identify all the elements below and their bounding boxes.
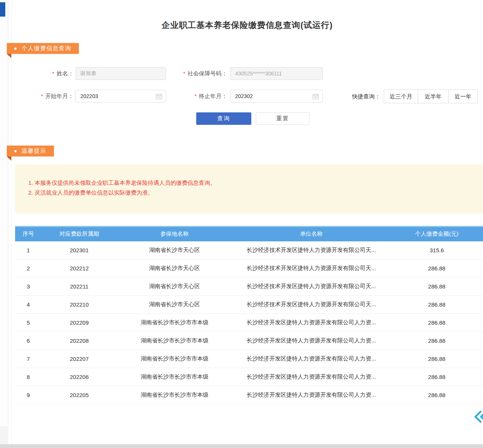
table-cell: 长沙经济开发区捷特人力资源开发有限公司人力资... [232,332,391,350]
table-cell: 202208 [42,332,117,350]
table-cell: 7 [15,350,42,368]
header-seq: 序号 [15,227,42,241]
required-asterisk: * [52,71,54,77]
start-month-input[interactable] [75,90,166,103]
table-cell: 315.6 [391,241,483,259]
table-cell: 5 [15,314,42,332]
table-row: 4202210湖南省长沙市天心区长沙经济技术开发区捷特人力资源开发有限公司天..… [15,296,483,314]
end-month-input[interactable] [230,90,323,103]
table-cell: 长沙经济开发区捷特人力资源开发有限公司人力资... [232,350,391,368]
table-cell: 湖南省长沙市长沙市市本级 [117,368,232,386]
table-cell: 286.88 [391,259,483,278]
table-cell: 286.88 [391,314,483,332]
calendar-icon[interactable] [156,93,162,100]
table-cell: 湖南省长沙市天心区 [117,259,232,278]
header-employer: 单位名称 [232,227,391,241]
ssn-label: *社会保障号码： [162,67,227,80]
header-period: 对应费款所属期 [42,227,117,241]
bullet-dot-icon [14,48,17,50]
bullet-dot-icon [14,150,17,152]
table-cell: 长沙经济技术开发区捷特人力资源开发有限公司天... [232,296,391,314]
table-cell: 湖南省长沙市长沙市市本级 [117,332,232,350]
table-row: 2202212湖南省长沙市天心区长沙经济技术开发区捷特人力资源开发有限公司天..… [15,259,483,278]
table-cell: 202207 [42,350,117,368]
table-cell: 202211 [42,278,117,296]
collapsed-sidebar [0,0,8,448]
table-row: 1202301湖南省长沙市天心区长沙经济技术开发区捷特人力资源开发有限公司天..… [15,241,483,259]
ssn-input [230,67,323,80]
table-cell: 202209 [42,314,117,332]
table-header-row: 序号 对应费款所属期 参保地名称 单位名称 个人缴费金额(元) [15,227,483,241]
table-cell: 286.88 [391,332,483,350]
table-row: 3202211湖南省长沙市天心区长沙经济技术开发区捷特人力资源开发有限公司天..… [15,278,483,296]
table-cell: 6 [15,332,42,350]
section-title: 个人缴费信息查询 [22,45,71,52]
corner-accent-block [0,2,5,17]
quick-option-year[interactable]: 近一年 [448,89,478,103]
table-cell: 2 [15,259,42,278]
table-cell: 286.88 [391,386,483,404]
table-cell: 湖南省长沙市天心区 [117,241,232,259]
table-cell: 长沙经济技术开发区捷特人力资源开发有限公司天... [232,241,391,259]
table-row: 8202206湖南省长沙市长沙市市本级长沙经济开发区捷特人力资源开发有限公司人力… [15,368,483,386]
required-asterisk: * [183,71,185,77]
results-table-body: 1202301湖南省长沙市天心区长沙经济技术开发区捷特人力资源开发有限公司天..… [15,241,483,404]
reset-button[interactable]: 重置 [256,112,309,125]
table-cell: 286.88 [391,350,483,368]
table-cell: 湖南省长沙市天心区 [117,296,232,314]
table-cell: 202205 [42,386,117,404]
table-cell: 长沙经济开发区捷特人力资源开发有限公司人力资... [232,386,391,404]
table-cell: 湖南省长沙市长沙市市本级 [117,314,232,332]
table-cell: 286.88 [391,296,483,314]
table-cell: 4 [15,296,42,314]
table-row: 9202205湖南省长沙市长沙市市本级长沙经济开发区捷特人力资源开发有限公司人力… [15,386,483,404]
calendar-icon[interactable] [312,93,319,100]
table-cell: 202206 [42,368,117,386]
table-cell: 286.88 [391,368,483,386]
table-row: 7202207湖南省长沙市长沙市市本级长沙经济开发区捷特人力资源开发有限公司人力… [15,350,483,368]
section-header-tips: 温馨提示 [7,146,54,156]
page-title: 企业职工基本养老保险缴费信息查询(试运行) [11,20,483,31]
quick-option-halfyear[interactable]: 近半年 [418,89,449,103]
tips-notice-box: 1. 本服务仅提供尚未领取企业职工基本养老保险待遇人员的缴费信息查询。 2. 灵… [15,164,483,213]
ribbon-fold [7,156,11,161]
table-cell: 3 [15,278,42,296]
quick-option-3months[interactable]: 近三个月 [384,89,418,103]
table-cell: 长沙经济技术开发区捷特人力资源开发有限公司天... [232,259,391,278]
end-month-label: *终止年月： [162,90,227,103]
table-cell: 湖南省长沙市长沙市市本级 [117,386,232,404]
start-month-label: *开始年月： [23,90,74,103]
section-header-personal-query: 个人缴费信息查询 [7,43,79,54]
table-cell: 202210 [42,296,117,314]
table-cell: 8 [15,368,42,386]
table-row: 5202209湖南省长沙市长沙市市本级长沙经济开发区捷特人力资源开发有限公司人力… [15,314,483,332]
table-row: 6202208湖南省长沙市长沙市市本级长沙经济开发区捷特人力资源开发有限公司人力… [15,332,483,350]
name-label: *姓名： [23,67,74,80]
results-table: 序号 对应费款所属期 参保地名称 单位名称 个人缴费金额(元) 1202301湖… [15,226,483,404]
required-asterisk: * [195,93,197,99]
double-chevron-left-icon[interactable] [473,410,483,424]
tips-line: 2. 灵活就业人员的缴费单位信息以实际缴费为准。 [28,188,475,198]
ribbon-fold [7,54,11,58]
query-button[interactable]: 查询 [196,112,251,125]
table-cell: 湖南省长沙市天心区 [117,278,232,296]
table-cell: 湖南省长沙市长沙市市本级 [117,350,232,368]
table-cell: 长沙经济开发区捷特人力资源开发有限公司人力资... [232,368,391,386]
table-cell: 1 [15,241,42,259]
table-cell: 286.88 [391,278,483,296]
quick-query-label: 快捷查询： [352,89,380,103]
name-input [75,67,166,80]
header-amount: 个人缴费金额(元) [391,227,483,241]
bottom-scrollbar-track[interactable] [0,444,483,448]
section-title: 温馨提示 [22,147,46,155]
tips-line: 1. 本服务仅提供尚未领取企业职工基本养老保险待遇人员的缴费信息查询。 [28,178,475,188]
table-cell: 长沙经济开发区捷特人力资源开发有限公司人力资... [232,314,391,332]
header-insured-place: 参保地名称 [117,227,232,241]
required-asterisk: * [41,93,43,99]
table-cell: 202301 [42,241,117,259]
table-cell: 202212 [42,259,117,278]
table-cell: 9 [15,386,42,404]
table-cell: 长沙经济技术开发区捷特人力资源开发有限公司天... [232,278,391,296]
